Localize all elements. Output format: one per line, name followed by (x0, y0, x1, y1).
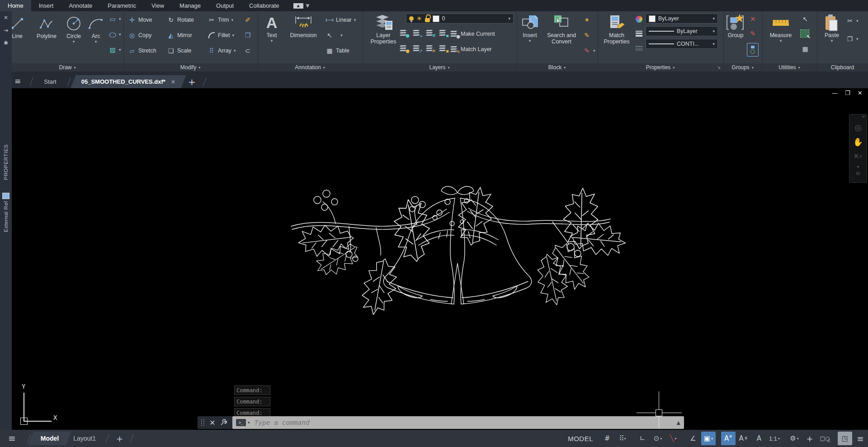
panel-label-properties[interactable]: Properties▾↘ (598, 63, 723, 71)
panel-label-utilities[interactable]: Utilities▾ (762, 63, 817, 71)
move-button[interactable]: ✛Move (128, 16, 152, 24)
layer-dropdown-arrow-icon[interactable]: ▾ (508, 16, 510, 21)
linetype-list-button[interactable] (635, 44, 643, 52)
panel-label-annotation[interactable]: Annotation▾ (258, 63, 363, 71)
dimension-button[interactable]: Dimension (285, 13, 322, 38)
match-properties-button[interactable]: Match Properties (601, 13, 632, 45)
layer-on-icon[interactable] (409, 16, 414, 21)
arc-button[interactable]: Arc ▾ (86, 14, 106, 44)
trim-button[interactable]: ✂Trim▾ (208, 16, 233, 24)
snap-mode-toggle[interactable]: ⠿▾ (615, 432, 630, 445)
color-wheel-button[interactable] (635, 15, 643, 23)
layer-lock-icon[interactable] (425, 18, 430, 22)
group-selection-toggle[interactable] (747, 43, 759, 57)
panel-label-layers[interactable]: Layers▾ (363, 63, 517, 71)
restore-icon[interactable]: ❐ (845, 90, 850, 96)
scale-button[interactable]: ❑Scale (167, 47, 191, 55)
isolate-objects-button[interactable]: □○△ (818, 432, 832, 445)
paste-button[interactable]: Paste ▾ (821, 13, 843, 43)
text-button[interactable]: A Text ▾ (261, 13, 282, 43)
linetype-dropdown[interactable]: CONTI...▾ (646, 39, 718, 49)
drag-handle-icon[interactable] (201, 419, 205, 426)
insert-dropdown-icon[interactable]: ▾ (529, 38, 531, 43)
insert-block-button[interactable]: Insert ▾ (519, 13, 541, 43)
hatch-button[interactable]: ▨▾ (108, 46, 121, 54)
ribbon-collapse-button[interactable]: ▲ (293, 3, 303, 9)
menu-tab-output[interactable]: Output (208, 0, 241, 11)
layer-dropdown[interactable]: ☀ 0 ▾ (406, 14, 514, 24)
navigation-wheel-icon[interactable]: ◎ (849, 120, 867, 134)
menu-tab-insert[interactable]: Insert (31, 0, 61, 11)
paste-dropdown-icon[interactable]: ▾ (831, 38, 833, 43)
navbar-close-icon[interactable]: ✕ (862, 114, 867, 120)
polyline-button[interactable]: Polyline (33, 14, 61, 39)
leader-button[interactable]: ↖▾ (326, 31, 343, 39)
layer-thaw-icon[interactable]: ☀ (416, 15, 422, 22)
close-icon[interactable]: ✕ (858, 90, 863, 96)
rotate-button[interactable]: ↻Rotate (167, 16, 194, 24)
cut-button[interactable]: ✂▾ (846, 17, 859, 25)
copy-clip-button[interactable]: ❐▾ (846, 35, 859, 43)
layer-lock-button[interactable]: ▪ (438, 29, 447, 37)
block-attributes-button[interactable]: ✎▾ (583, 47, 595, 55)
panel-label-clipboard[interactable]: Clipboard (817, 63, 868, 71)
palette-autohide-icon[interactable]: ⇥ (0, 24, 12, 37)
annotation-scale-value[interactable]: 1:1▾ (767, 432, 782, 445)
layer-color-swatch[interactable] (433, 15, 439, 22)
menu-tab-view[interactable]: View (144, 0, 172, 11)
object-snap-toggle[interactable]: ▣▾ (701, 432, 716, 445)
ungroup-button[interactable]: ✕ (749, 15, 757, 23)
layer-unlock-button[interactable]: ▪ (438, 45, 447, 52)
layout-menu-icon[interactable]: ≡ (8, 433, 16, 444)
ellipse-button[interactable]: ○▾ (108, 30, 121, 38)
command-bar[interactable]: >_ ▾ ▲ (232, 416, 684, 429)
panel-label-block[interactable]: Block▾ (517, 63, 598, 71)
properties-dialog-launcher-icon[interactable]: ↘ (717, 65, 721, 70)
group-button[interactable]: Group (724, 13, 747, 38)
lineweight-dropdown[interactable]: ByLayer▾ (646, 26, 718, 36)
isometric-drafting-toggle[interactable]: ╲▾ (666, 432, 680, 445)
measure-dropdown-icon[interactable]: ▾ (780, 38, 782, 43)
palette-tab-external-ref[interactable]: External Ref (2, 193, 9, 232)
fillet-button[interactable]: Fillet▾ (208, 31, 234, 39)
layer-freeze-button[interactable]: ❄ (425, 29, 434, 37)
new-layout-button[interactable]: + (116, 434, 123, 443)
linear-dimension-button[interactable]: Linear▾ (326, 16, 356, 24)
menu-tab-collaborate[interactable]: Collaborate (241, 0, 287, 11)
make-current-button[interactable]: ● Make Current (449, 30, 495, 38)
copy-button[interactable]: ◎Copy (128, 31, 151, 39)
ortho-mode-toggle[interactable]: ∟ (635, 432, 650, 445)
search-convert-button[interactable]: Search and Convert (542, 13, 581, 45)
recent-commands-icon[interactable]: ▾ (248, 420, 250, 425)
layer-off-button[interactable]: ● (399, 29, 408, 37)
polar-tracking-toggle[interactable]: ⊙▾ (651, 432, 665, 445)
model-tab[interactable]: Model (33, 430, 66, 447)
model-space-badge[interactable]: MODEL (568, 435, 593, 442)
panel-label-modify[interactable]: Modify▾ (123, 63, 258, 71)
annotation-monitor-button[interactable]: + (802, 432, 817, 445)
ribbon-collapse-options-icon[interactable]: ▼ (306, 3, 310, 8)
menu-tab-home[interactable]: Home (0, 0, 31, 11)
annotation-scale-icon[interactable]: A (752, 432, 766, 445)
command-input[interactable] (254, 418, 677, 427)
zoom-extents-icon[interactable]: ✕⌕ (849, 149, 867, 163)
minimize-icon[interactable]: — (832, 90, 838, 96)
file-tab-menu-icon[interactable]: ≡ (14, 76, 21, 86)
object-color-dropdown[interactable]: ByLayer▾ (646, 14, 718, 24)
panel-label-groups[interactable]: Groups▾ (723, 63, 762, 71)
write-block-button[interactable]: ✎ (583, 31, 591, 39)
command-dock-grip[interactable]: ✕ (198, 416, 232, 429)
command-close-icon[interactable]: ✕ (209, 418, 215, 427)
annotation-visibility-toggle[interactable]: A° (721, 432, 736, 445)
pan-hand-icon[interactable]: ✋ (849, 134, 867, 149)
stretch-button[interactable]: ▱Stretch (128, 47, 156, 55)
command-expand-icon[interactable]: ▲ (677, 420, 680, 426)
customization-menu-button[interactable]: ≡ (853, 432, 868, 445)
arc-dropdown-icon[interactable]: ▾ (95, 39, 97, 44)
layer-on-button[interactable]: ● (399, 45, 408, 52)
mirror-button[interactable]: ◭Mirror (167, 31, 192, 39)
file-tab-start[interactable]: Start (36, 75, 64, 88)
table-button[interactable]: ▦Table (326, 47, 349, 55)
new-drawing-tab-button[interactable]: + (184, 75, 200, 88)
lineweight-list-button[interactable] (635, 29, 643, 38)
